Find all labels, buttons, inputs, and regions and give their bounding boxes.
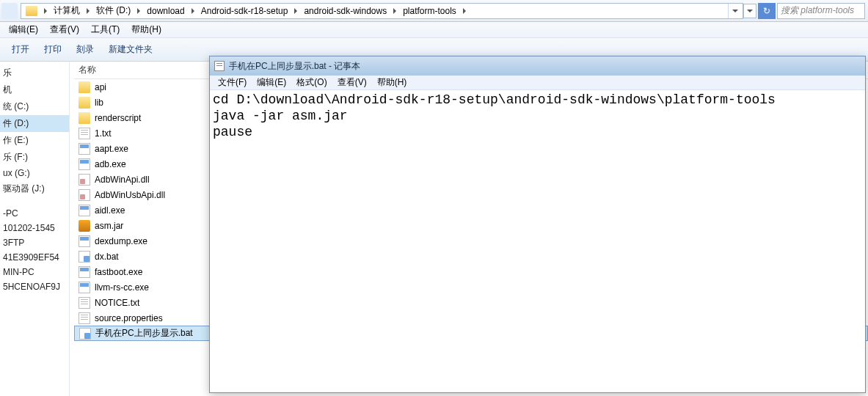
chevron-right-icon [294,8,297,14]
navigation-pane: 乐机统 (C:)件 (D:)作 (E:)乐 (F:)ux (G:)驱动器 (J:… [0,62,70,396]
chevron-right-icon [44,8,47,14]
nav-item[interactable]: 乐 (F:) [0,149,69,166]
toolbar-burn[interactable]: 刻录 [69,40,101,59]
search-input[interactable]: 搜索 platform-tools [777,3,865,19]
breadcrumb-item[interactable]: 计算机 [51,4,83,18]
file-name: NOTICE.txt [95,298,139,308]
folder-icon [79,97,90,109]
address-bar: 计算机软件 (D:)downloadAndroid-sdk-r18-setupa… [0,0,868,22]
nav-item[interactable]: 机 [0,81,69,98]
nav-item[interactable]: 乐 [0,65,69,81]
exe-icon [79,266,90,278]
explorer-menu: 编辑(E) 查看(V) 工具(T) 帮助(H) [0,22,868,38]
exe-icon [79,235,90,247]
breadcrumb-item[interactable]: download [144,4,187,18]
chevron-right-icon [137,8,140,14]
nav-item[interactable]: 作 (E:) [0,132,69,149]
bat-icon [79,251,90,263]
file-name: dexdump.exe [95,236,147,246]
file-name: AdbWinUsbApi.dll [95,190,165,200]
exe-icon [79,143,90,155]
file-name: adb.exe [95,159,126,169]
menu-edit[interactable]: 编辑(E) [3,22,44,37]
txt-icon [79,312,90,324]
nav-item[interactable]: 41E3909EF54 [0,250,69,265]
toolbar-print[interactable]: 打印 [37,40,69,59]
breadcrumb-item[interactable]: Android-sdk-r18-setup [198,4,291,18]
refresh-button[interactable]: ↻ [758,3,776,19]
chevron-right-icon [87,8,90,14]
search-placeholder: 搜索 platform-tools [781,4,854,17]
nav-item[interactable]: 5HCENOAF9J [0,279,69,294]
file-name: asm.jar [95,221,123,231]
chevron-down-icon [732,10,738,12]
nav-back-button[interactable] [1,3,18,19]
file-name: 手机在PC上同步显示.bat [95,327,193,340]
folder-icon [79,112,90,124]
file-name: AdbWinApi.dll [95,175,150,185]
chevron-down-icon [747,10,753,12]
dll-icon [79,174,90,186]
path-dropdown-button[interactable] [728,4,741,18]
file-name: aapt.exe [95,144,128,154]
breadcrumb-item[interactable]: platform-tools [400,4,459,18]
txt-icon [79,128,90,139]
notepad-menu: 文件(F) 编辑(E) 格式(O) 查看(V) 帮助(H) [210,76,865,90]
menu-view[interactable]: 查看(V) [44,22,85,37]
breadcrumb-path[interactable]: 计算机软件 (D:)downloadAndroid-sdk-r18-setupa… [21,3,743,19]
notepad-titlebar[interactable]: 手机在PC上同步显示.bat - 记事本 [210,56,865,76]
dll-icon [79,189,90,201]
chevron-right-icon [463,8,466,14]
nav-item[interactable]: ux (G:) [0,166,69,180]
breadcrumb-item[interactable]: 软件 (D:) [93,4,134,18]
exe-icon [79,158,90,170]
notepad-title-text: 手机在PC上同步显示.bat - 记事本 [229,60,360,73]
menu-tools[interactable]: 工具(T) [85,22,125,37]
file-name: llvm-rs-cc.exe [95,282,149,293]
nav-item[interactable]: 3FTP [0,235,69,250]
file-name: api [95,82,106,92]
np-menu-view[interactable]: 查看(V) [332,76,372,89]
toolbar-newfolder[interactable]: 新建文件夹 [101,40,160,59]
nav-item[interactable]: MIN-PC [0,265,69,279]
nav-item[interactable]: 驱动器 (J:) [0,180,69,197]
file-name: aidl.exe [95,205,125,216]
np-menu-file[interactable]: 文件(F) [213,76,252,89]
np-menu-format[interactable]: 格式(O) [291,76,332,89]
notepad-content[interactable]: cd D:\download\Android-sdk-r18-setup\and… [210,90,865,142]
bat-icon [79,328,91,340]
exe-icon [79,205,90,216]
file-name: renderscript [95,113,141,123]
file-name: fastboot.exe [95,267,142,277]
notepad-window: 手机在PC上同步显示.bat - 记事本 文件(F) 编辑(E) 格式(O) 查… [209,56,866,393]
np-menu-help[interactable]: 帮助(H) [372,76,412,89]
file-name: source.properties [95,313,163,323]
history-dropdown-button[interactable] [743,4,756,18]
exe-icon [79,282,90,293]
file-name: 1.txt [95,128,112,139]
nav-item[interactable]: -PC [0,206,69,221]
txt-icon [79,297,90,309]
jar-icon [79,220,90,232]
folder-icon [26,6,37,16]
file-name: dx.bat [95,252,119,262]
toolbar-open[interactable]: 打开 [4,40,37,59]
notepad-icon [214,61,225,71]
chevron-right-icon [192,8,194,14]
menu-help[interactable]: 帮助(H) [125,22,167,37]
file-name: lib [95,98,103,108]
nav-item[interactable]: 统 (C:) [0,98,69,115]
folder-icon [79,81,90,93]
nav-item[interactable]: 件 (D:) [0,115,69,132]
nav-item[interactable]: 101202-1545 [0,221,69,235]
chevron-right-icon [393,8,396,14]
np-menu-edit[interactable]: 编辑(E) [252,76,291,89]
breadcrumb-item[interactable]: android-sdk-windows [301,4,390,18]
